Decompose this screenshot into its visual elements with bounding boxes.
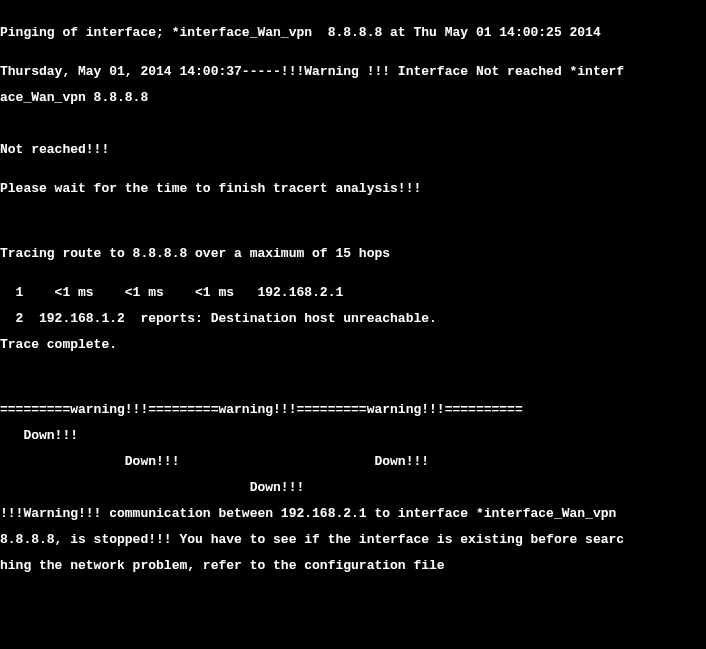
- terminal-line: 2 192.168.1.2 reports: Destination host …: [0, 312, 706, 325]
- terminal-output: Pinging of interface; *interface_Wan_vpn…: [0, 0, 706, 649]
- terminal-line: Pinging of interface; *interface_Wan_vpn…: [0, 26, 706, 39]
- terminal-line: Please wait for the time to finish trace…: [0, 182, 706, 195]
- terminal-line: ace_Wan_vpn 8.8.8.8: [0, 91, 706, 104]
- terminal-line: Not reached!!!: [0, 143, 706, 156]
- terminal-line: Tracing route to 8.8.8.8 over a maximum …: [0, 247, 706, 260]
- terminal-line: =========warning!!!=========warning!!!==…: [0, 403, 706, 416]
- terminal-line: Down!!! Down!!!: [0, 455, 706, 468]
- terminal-line: 8.8.8.8, is stopped!!! You have to see i…: [0, 533, 706, 546]
- terminal-line: 1 <1 ms <1 ms <1 ms 192.168.2.1: [0, 286, 706, 299]
- terminal-line: hing the network problem, refer to the c…: [0, 559, 706, 572]
- terminal-line: Down!!!: [0, 429, 706, 442]
- terminal-line: Thursday, May 01, 2014 14:00:37-----!!!W…: [0, 65, 706, 78]
- terminal-line: !!!Warning!!! communication between 192.…: [0, 507, 706, 520]
- terminal-line: Down!!!: [0, 481, 706, 494]
- terminal-line: Trace complete.: [0, 338, 706, 351]
